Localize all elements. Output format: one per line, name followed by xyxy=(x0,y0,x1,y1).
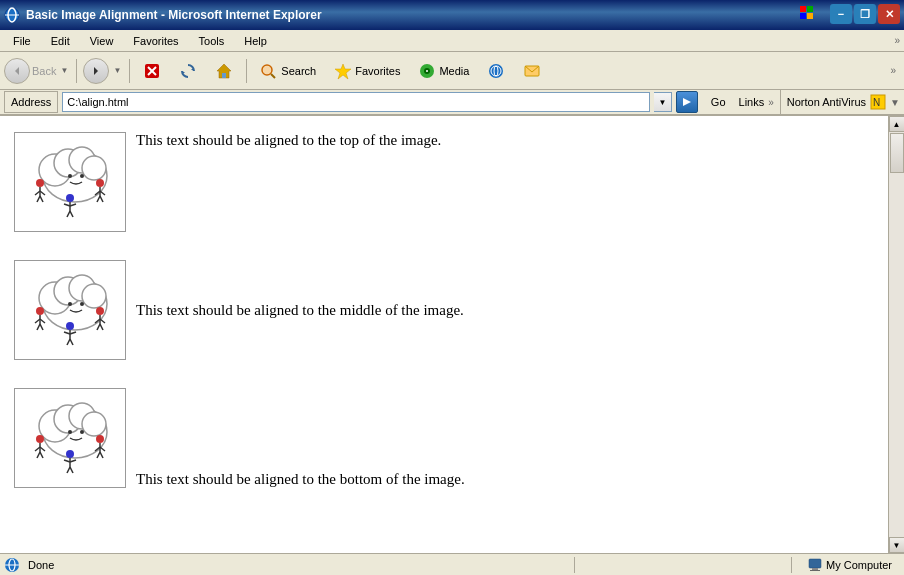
home-button[interactable] xyxy=(208,56,240,86)
forward-arrow-icon xyxy=(91,66,101,76)
svg-point-85 xyxy=(68,430,72,434)
favorites-button[interactable]: Favorites xyxy=(327,56,407,86)
text-bottom: This text should be aligned to the botto… xyxy=(136,471,465,488)
svg-line-67 xyxy=(40,324,43,330)
sep3 xyxy=(246,59,247,83)
status-zone: My Computer xyxy=(800,558,900,572)
norton-icon: N xyxy=(870,94,886,110)
address-input[interactable] xyxy=(62,92,650,112)
toolbar-overflow-right: » xyxy=(890,65,900,76)
content-wrapper: This text should be aligned to the top o… xyxy=(0,116,904,553)
svg-line-98 xyxy=(100,452,103,458)
svg-point-34 xyxy=(82,156,106,180)
svg-line-79 xyxy=(70,339,73,345)
svg-point-35 xyxy=(68,174,72,178)
minimize-button[interactable]: − xyxy=(830,4,852,24)
text-middle: This text should be aligned to the middl… xyxy=(136,302,464,319)
svg-line-66 xyxy=(37,324,40,330)
svg-rect-6 xyxy=(807,13,813,19)
svg-point-60 xyxy=(68,302,72,306)
address-label: Address xyxy=(4,91,58,113)
svg-rect-109 xyxy=(812,568,818,570)
norton-antivirus[interactable]: Norton AntiVirus N xyxy=(787,94,886,110)
media-button[interactable]: Media xyxy=(411,56,476,86)
image-top xyxy=(14,132,126,232)
restore-button[interactable]: ❐ xyxy=(854,4,876,24)
history-icon xyxy=(487,62,505,80)
nav-forward-group: ▼ xyxy=(83,58,123,84)
svg-line-104 xyxy=(70,467,73,473)
svg-line-41 xyxy=(37,196,40,202)
scroll-track[interactable] xyxy=(889,132,905,537)
home-icon xyxy=(215,62,233,80)
back-button[interactable] xyxy=(4,58,30,84)
refresh-button[interactable] xyxy=(172,56,204,86)
scroll-down-button[interactable]: ▼ xyxy=(889,537,905,553)
svg-line-91 xyxy=(37,452,40,458)
refresh-icon xyxy=(179,62,197,80)
close-button[interactable]: ✕ xyxy=(878,4,900,24)
svg-line-92 xyxy=(40,452,43,458)
status-div2 xyxy=(791,557,792,573)
favorites-icon xyxy=(334,62,352,80)
menu-view[interactable]: View xyxy=(81,32,123,50)
svg-marker-7 xyxy=(15,67,19,75)
back-label: Back xyxy=(32,65,56,77)
svg-point-87 xyxy=(36,435,44,443)
svg-line-53 xyxy=(67,211,70,217)
svg-point-93 xyxy=(96,435,104,443)
favorites-label: Favorites xyxy=(355,65,400,77)
toolbar-overflow: » xyxy=(894,35,900,46)
status-bar: Done My Computer xyxy=(0,553,904,575)
window-title: Basic Image Alignment - Microsoft Intern… xyxy=(26,8,322,22)
status-text: Done xyxy=(28,559,54,571)
forward-button[interactable] xyxy=(83,58,109,84)
svg-line-103 xyxy=(67,467,70,473)
forward-dropdown[interactable]: ▼ xyxy=(111,66,123,75)
menu-favorites[interactable]: Favorites xyxy=(124,32,187,50)
scrollbar-vertical[interactable]: ▲ ▼ xyxy=(888,116,904,553)
svg-point-17 xyxy=(263,66,271,74)
svg-rect-108 xyxy=(809,559,821,568)
go-button[interactable]: Go xyxy=(702,91,735,113)
window-controls: − ❐ ✕ xyxy=(798,4,900,26)
norton-label: Norton AntiVirus xyxy=(787,96,866,108)
menu-file[interactable]: File xyxy=(4,32,40,50)
back-dropdown[interactable]: ▼ xyxy=(58,66,70,75)
search-icon xyxy=(260,62,278,80)
svg-point-74 xyxy=(66,322,74,330)
svg-rect-4 xyxy=(807,6,813,12)
menu-bar: File Edit View Favorites Tools Help » xyxy=(0,30,904,52)
svg-point-99 xyxy=(66,450,74,458)
links-label: Links xyxy=(739,96,765,108)
svg-point-36 xyxy=(80,174,84,178)
media-icon xyxy=(418,62,436,80)
text-top: This text should be aligned to the top o… xyxy=(136,132,441,149)
windows-flag xyxy=(798,4,828,26)
status-div1 xyxy=(574,557,575,573)
search-button[interactable]: Search xyxy=(253,56,323,86)
status-ie-icon xyxy=(4,557,20,573)
scroll-thumb[interactable] xyxy=(890,133,904,173)
history-button[interactable] xyxy=(480,56,512,86)
sep2 xyxy=(129,59,130,83)
go-arrow-icon[interactable] xyxy=(676,91,698,113)
menu-edit[interactable]: Edit xyxy=(42,32,79,50)
address-dropdown[interactable]: ▼ xyxy=(654,92,672,112)
mail-icon xyxy=(523,62,541,80)
menu-help[interactable]: Help xyxy=(235,32,276,50)
menu-tools[interactable]: Tools xyxy=(190,32,234,50)
svg-line-76 xyxy=(64,332,70,334)
svg-line-54 xyxy=(70,211,73,217)
svg-rect-5 xyxy=(800,13,806,19)
animal-image-middle xyxy=(20,266,120,354)
mail-button[interactable] xyxy=(516,56,548,86)
image-row-bottom: This text should be aligned to the botto… xyxy=(14,382,874,494)
stop-button[interactable] xyxy=(136,56,168,86)
svg-line-73 xyxy=(100,324,103,330)
animal-image-bottom xyxy=(20,394,120,482)
svg-point-61 xyxy=(80,302,84,306)
scroll-up-button[interactable]: ▲ xyxy=(889,116,905,132)
nav-back-group: Back ▼ xyxy=(4,58,70,84)
image-middle xyxy=(14,260,126,360)
